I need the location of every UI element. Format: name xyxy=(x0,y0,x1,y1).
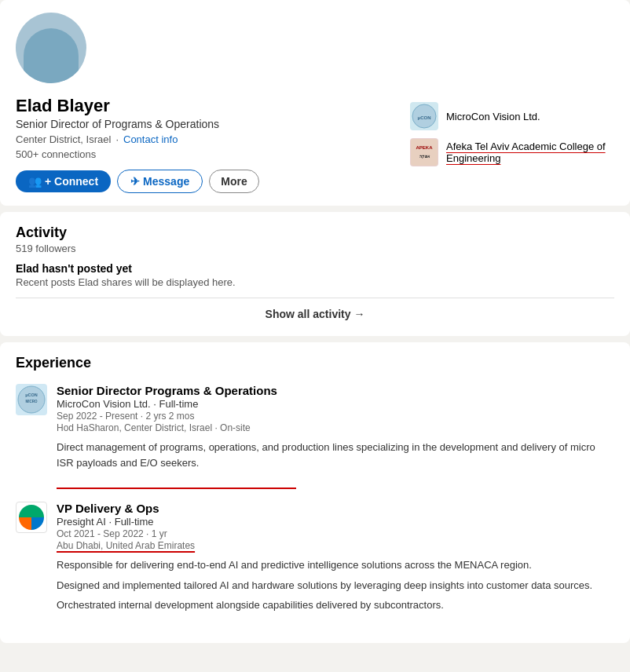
afeka-logo-svg: APEKA אפקה xyxy=(411,139,438,166)
presight-location: Abu Dhabi, United Arab Emirates xyxy=(57,540,614,551)
connect-icon: 👥 xyxy=(28,175,42,188)
microcon-dates: Sep 2022 - Present · 2 yrs 2 mos xyxy=(57,411,614,422)
presight-desc-0: Responsible for delivering end-to-end AI… xyxy=(57,557,614,573)
experience-item-presight: VP Delivery & Ops Presight AI · Full-tim… xyxy=(16,502,614,618)
avatar xyxy=(16,13,86,83)
activity-empty-desc: Recent posts Elad shares will be display… xyxy=(16,276,614,288)
presight-dates: Oct 2021 - Sep 2022 · 1 yr xyxy=(57,528,614,539)
activity-empty-title: Elad hasn't posted yet xyxy=(16,262,614,275)
message-button[interactable]: ✈ Message xyxy=(117,170,203,193)
microcon-role: Senior Director Programs & Operations xyxy=(57,384,614,397)
show-all-activity-link[interactable]: Show all activity → xyxy=(266,308,365,320)
show-all-bar: Show all activity → xyxy=(16,298,614,323)
presight-company: Presight AI · Full-time xyxy=(57,516,614,528)
company-afeka: APEKA אפקה Afeka Tel Aviv Academic Colle… xyxy=(410,138,614,166)
afeka-logo: APEKA אפקה xyxy=(410,138,438,166)
exp-divider xyxy=(57,488,296,489)
activity-title: Activity xyxy=(16,225,614,241)
svg-text:MICRO: MICRO xyxy=(26,400,38,404)
experience-title: Experience xyxy=(16,355,614,371)
presight-desc-1: Designed and implemented tailored AI and… xyxy=(57,578,614,593)
connect-button[interactable]: 👥 + Connect xyxy=(16,170,111,192)
activity-section: Activity 519 followers Elad hasn't poste… xyxy=(0,212,630,336)
connections-count: 500+ connections xyxy=(16,148,410,160)
svg-text:אפקה: אפקה xyxy=(419,154,430,159)
experience-item-microcon: μCON MICRO Senior Director Programs & Op… xyxy=(16,384,614,475)
svg-text:μCON: μCON xyxy=(25,393,38,397)
microcon-exp-logo: μCON MICRO xyxy=(16,384,47,415)
presight-role: VP Delivery & Ops xyxy=(57,502,614,515)
presight-exp-logo xyxy=(16,502,47,533)
svg-text:APEKA: APEKA xyxy=(416,145,433,150)
message-icon: ✈ xyxy=(130,175,140,188)
contact-info-link[interactable]: Contact info xyxy=(123,133,178,145)
svg-text:μCON: μCON xyxy=(417,115,430,120)
microcon-company: MicroCon Vision Ltd. · Full-time xyxy=(57,398,614,410)
afeka-name: Afeka Tel Aviv Academic College of Engin… xyxy=(446,141,614,164)
activity-followers: 519 followers xyxy=(16,243,614,254)
microcon-logo: μCON xyxy=(410,102,438,130)
company-microcon: μCON MicroCon Vision Ltd. xyxy=(410,102,614,130)
profile-name: Elad Blayer xyxy=(16,96,410,116)
profile-location: Center District, Israel · Contact info xyxy=(16,133,410,145)
presight-exp-content: VP Delivery & Ops Presight AI · Full-tim… xyxy=(57,502,614,618)
companies-right: μCON MicroCon Vision Ltd. APEKA אפקה Afe… xyxy=(410,96,614,174)
microcon-logo-svg: μCON xyxy=(411,103,438,130)
microcon-location: Hod HaSharon, Center District, Israel · … xyxy=(57,422,614,433)
presight-circle-logo xyxy=(19,505,44,530)
microcon-desc-0: Direct management of programs, operation… xyxy=(57,440,614,470)
microcon-exp-content: Senior Director Programs & Operations Mi… xyxy=(57,384,614,475)
profile-title: Senior Director of Programs & Operations xyxy=(16,118,410,130)
svg-rect-2 xyxy=(411,139,438,166)
microcon-name: MicroCon Vision Ltd. xyxy=(446,111,540,122)
presight-desc-2: Orchestrated internal development alongs… xyxy=(57,597,614,613)
more-button[interactable]: More xyxy=(209,170,258,193)
experience-section: Experience μCON MICRO Senior Director Pr… xyxy=(0,342,630,643)
